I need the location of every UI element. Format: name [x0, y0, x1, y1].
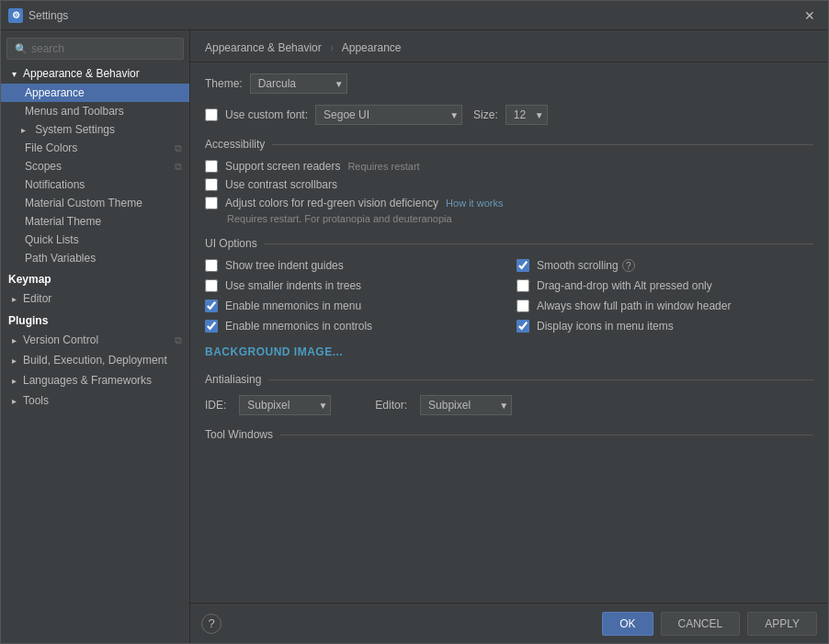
sidebar-item-file-colors[interactable]: File Colors ⧉ [1, 139, 189, 157]
support-screen-readers-note: Requires restart [347, 161, 419, 172]
background-image-button[interactable]: BACKGROUND IMAGE... [205, 345, 813, 358]
adjust-colors-label: Adjust colors for red-green vision defic… [225, 197, 438, 209]
apply-button[interactable]: APPLY [747, 612, 817, 636]
sidebar-item-appearance-behavior[interactable]: ▾ Appearance & Behavior [1, 63, 189, 84]
footer-right: OK CANCEL APPLY [602, 612, 817, 636]
cancel-button[interactable]: CANCEL [661, 612, 741, 636]
custom-font-checkbox[interactable] [205, 108, 218, 121]
show-tree-indent-row: Show tree indent guides [205, 259, 502, 272]
font-select-wrapper: Segoe UI ▼ [315, 105, 462, 125]
contrast-scrollbars-row: Use contrast scrollbars [205, 178, 813, 191]
chevron-right-icon-tools: ▸ [8, 395, 19, 406]
theme-select[interactable]: Darcula IntelliJ High Contrast [250, 73, 347, 94]
adjust-colors-checkbox[interactable] [205, 197, 218, 209]
font-select[interactable]: Segoe UI [315, 105, 462, 125]
chevron-right-icon-build: ▸ [8, 355, 19, 366]
vc-icon: ⧉ [175, 334, 182, 346]
support-screen-readers-checkbox[interactable] [205, 160, 218, 173]
custom-font-row: Use custom font: Segoe UI ▼ Size: 12 11 … [205, 105, 813, 125]
sidebar: 🔍 ▾ Appearance & Behavior Appearance Men… [1, 30, 190, 643]
search-input[interactable] [31, 42, 176, 55]
sidebar-search-box[interactable]: 🔍 [6, 38, 184, 60]
mnemonics-menu-checkbox[interactable] [205, 299, 218, 312]
sidebar-item-version-control[interactable]: ▸ Version Control ⧉ [1, 330, 189, 350]
chevron-down-icon: ▾ [8, 68, 19, 79]
scopes-icon: ⧉ [175, 161, 182, 173]
display-icons-row: Display icons in menu items [517, 320, 813, 333]
mnemonics-controls-row: Enable mnemonics in controls [205, 320, 502, 333]
smooth-scrolling-help-icon[interactable]: ? [622, 259, 635, 272]
footer-left: ? [201, 614, 221, 634]
breadcrumb: Appearance & Behavior › Appearance [190, 30, 828, 62]
smaller-indents-label: Use smaller indents in trees [225, 279, 361, 292]
ui-options-title: UI Options [205, 237, 265, 250]
sidebar-item-scopes[interactable]: Scopes ⧉ [1, 157, 189, 175]
theme-select-wrapper: Darcula IntelliJ High Contrast ▼ [250, 73, 347, 94]
settings-content: Theme: Darcula IntelliJ High Contrast ▼ … [190, 62, 828, 603]
window-title: Settings [28, 9, 799, 22]
sidebar-item-notifications[interactable]: Notifications [1, 175, 189, 194]
editor-aa-select-wrapper: Subpixel None Greyscale ▼ [420, 395, 512, 415]
sidebar-item-quick-lists[interactable]: Quick Lists [1, 231, 189, 249]
app-icon: ⚙ [8, 8, 23, 23]
mnemonics-controls-checkbox[interactable] [205, 320, 218, 333]
sidebar-item-tools[interactable]: ▸ Tools [1, 390, 189, 411]
drag-drop-alt-checkbox[interactable] [517, 279, 529, 292]
tool-windows-title: Tool Windows [205, 428, 280, 441]
antialiasing-section-divider: Antialiasing [205, 373, 813, 386]
close-button[interactable]: ✕ [799, 6, 821, 25]
display-icons-checkbox[interactable] [517, 320, 529, 333]
smooth-scrolling-checkbox[interactable] [517, 259, 529, 272]
divider-line-ui [265, 243, 813, 244]
sidebar-item-keymap[interactable]: Keymap [1, 267, 189, 288]
size-label: Size: [473, 108, 498, 121]
always-full-path-label: Always show full path in window header [537, 299, 731, 312]
ui-options-grid: Show tree indent guides Smooth scrolling… [205, 259, 813, 336]
sidebar-item-editor[interactable]: ▸ Editor [1, 288, 189, 309]
main-panel: Appearance & Behavior › Appearance Theme… [190, 30, 828, 643]
search-icon: 🔍 [15, 43, 28, 55]
sidebar-item-material-custom-theme[interactable]: Material Custom Theme [1, 194, 189, 212]
help-button[interactable]: ? [201, 614, 221, 634]
show-tree-indent-label: Show tree indent guides [225, 259, 344, 272]
drag-drop-alt-row: Drag-and-drop with Alt pressed only [517, 279, 813, 292]
sidebar-item-path-variables[interactable]: Path Variables [1, 249, 189, 267]
smaller-indents-checkbox[interactable] [205, 279, 218, 292]
divider-line-tool [280, 435, 813, 435]
antialiasing-title: Antialiasing [205, 373, 268, 386]
sidebar-item-system-settings[interactable]: ▸ System Settings [1, 120, 189, 139]
footer: ? OK CANCEL APPLY [190, 603, 828, 643]
sidebar-item-plugins[interactable]: Plugins [1, 309, 189, 330]
theme-label: Theme: [205, 77, 243, 90]
ok-button[interactable]: OK [602, 612, 653, 636]
contrast-scrollbars-label: Use contrast scrollbars [225, 178, 337, 191]
ui-options-section-divider: UI Options [205, 237, 813, 250]
drag-drop-alt-label: Drag-and-drop with Alt pressed only [537, 279, 712, 292]
ide-aa-select[interactable]: Subpixel None Greyscale [239, 395, 331, 415]
mnemonics-menu-row: Enable mnemonics in menu [205, 299, 502, 312]
support-screen-readers-label: Support screen readers [225, 160, 340, 173]
how-it-works-link[interactable]: How it works [446, 198, 503, 209]
always-full-path-checkbox[interactable] [517, 299, 529, 312]
title-bar: ⚙ Settings ✕ [1, 1, 828, 30]
contrast-scrollbars-checkbox[interactable] [205, 178, 218, 191]
editor-aa-select[interactable]: Subpixel None Greyscale [420, 395, 512, 415]
sidebar-item-appearance[interactable]: Appearance [1, 84, 189, 102]
sidebar-item-menus-toolbars[interactable]: Menus and Toolbars [1, 102, 189, 120]
sidebar-item-languages-frameworks[interactable]: ▸ Languages & Frameworks [1, 370, 189, 390]
tool-windows-section-divider: Tool Windows [205, 428, 813, 441]
divider-line-accessibility [272, 144, 813, 145]
settings-window: ⚙ Settings ✕ 🔍 ▾ Appearance & Behavior A… [0, 0, 829, 644]
sidebar-item-material-theme[interactable]: Material Theme [1, 212, 189, 231]
size-select[interactable]: 12 11 13 14 [505, 105, 548, 125]
show-tree-indent-checkbox[interactable] [205, 259, 218, 272]
smooth-scrolling-row: Smooth scrolling ? [517, 259, 813, 272]
ide-aa-select-wrapper: Subpixel None Greyscale ▼ [239, 395, 331, 415]
divider-line-anti [268, 379, 813, 380]
theme-row: Theme: Darcula IntelliJ High Contrast ▼ [205, 73, 813, 94]
smaller-indents-row: Use smaller indents in trees [205, 279, 502, 292]
smooth-scrolling-label: Smooth scrolling [537, 259, 619, 272]
editor-antialiasing-item: Editor: Subpixel None Greyscale ▼ [375, 395, 512, 415]
custom-font-label: Use custom font: [225, 108, 308, 121]
sidebar-item-build-execution[interactable]: ▸ Build, Execution, Deployment [1, 350, 189, 370]
